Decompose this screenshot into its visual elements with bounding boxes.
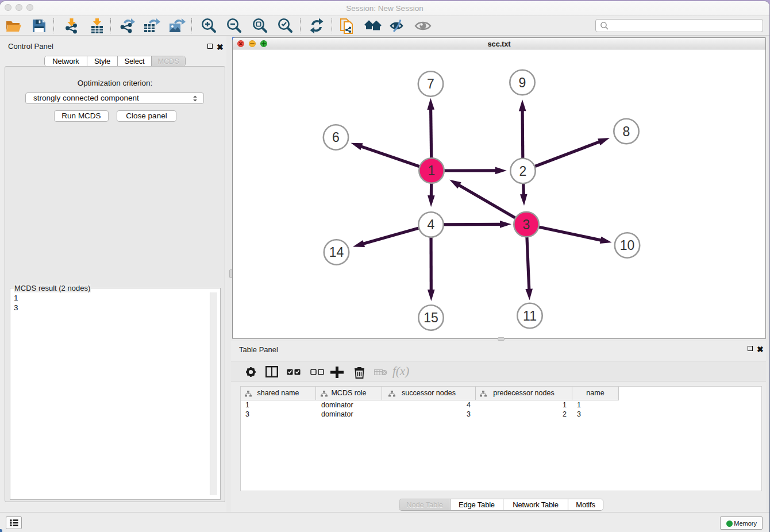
svg-text:6: 6: [332, 130, 340, 145]
svg-text:8: 8: [623, 124, 630, 139]
svg-text:2: 2: [519, 164, 527, 179]
svg-text:15: 15: [424, 310, 438, 325]
svg-text:7: 7: [427, 76, 434, 91]
svg-text:9: 9: [519, 75, 526, 90]
svg-text:3: 3: [523, 217, 530, 232]
svg-text:10: 10: [620, 238, 635, 253]
svg-text:11: 11: [523, 309, 537, 323]
svg-text:4: 4: [428, 217, 435, 232]
svg-text:1: 1: [428, 163, 436, 178]
svg-text:14: 14: [329, 245, 344, 260]
